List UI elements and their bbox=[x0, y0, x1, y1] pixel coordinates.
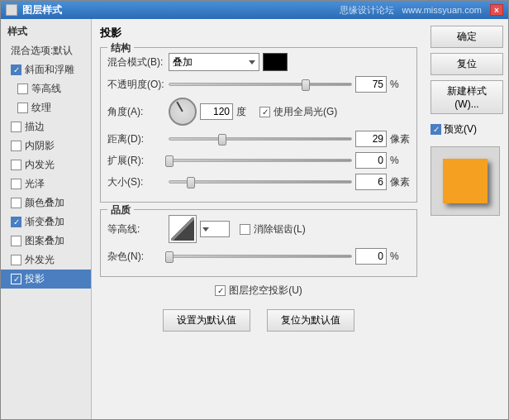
angle-dial[interactable] bbox=[169, 98, 197, 126]
distance-slider[interactable] bbox=[169, 137, 352, 141]
contour-label: 等高线: bbox=[107, 222, 165, 236]
center-panel: 投影 结构 混合模式(B): 叠加 不透明度 bbox=[92, 19, 426, 419]
close-button[interactable]: × bbox=[490, 4, 503, 16]
sidebar-item-stroke[interactable]: 描边 bbox=[1, 117, 91, 136]
sidebar-item-gradient-overlay[interactable]: 渐变叠加 bbox=[1, 212, 91, 231]
sidebar: 样式 混合选项:默认 斜面和浮雕 等高线 纹理 描边 bbox=[1, 19, 92, 419]
distance-input[interactable] bbox=[355, 131, 387, 147]
opacity-slider[interactable] bbox=[169, 83, 352, 86]
layer-style-window: 图层样式 思缘设计论坛 www.missyuan.com × 样式 混合选项:默… bbox=[0, 0, 509, 420]
set-default-button[interactable]: 设置为默认值 bbox=[163, 309, 250, 332]
angle-label: 角度(A): bbox=[107, 105, 165, 119]
noise-input[interactable] bbox=[355, 248, 387, 265]
knockout-label: 图层挖空投影(U) bbox=[229, 284, 302, 298]
contour-preview-box bbox=[169, 215, 197, 243]
drop-shadow-checkbox[interactable] bbox=[11, 274, 21, 284]
gradient-overlay-checkbox[interactable] bbox=[11, 217, 21, 227]
noise-slider-container bbox=[169, 255, 352, 258]
satin-checkbox[interactable] bbox=[11, 179, 21, 189]
noise-label: 杂色(N): bbox=[107, 250, 165, 264]
size-label: 大小(S): bbox=[107, 175, 165, 189]
quality-group-title: 品质 bbox=[107, 203, 134, 217]
spread-row: 扩展(R): % bbox=[107, 152, 410, 169]
contour-dropdown[interactable] bbox=[200, 221, 230, 237]
contour-dropdown-arrow-icon bbox=[202, 227, 209, 231]
contour-checkbox[interactable] bbox=[17, 84, 28, 94]
sidebar-item-inner-shadow[interactable]: 内阴影 bbox=[1, 136, 91, 155]
opacity-row: 不透明度(O): % bbox=[107, 76, 410, 93]
blend-mode-row: 混合模式(B): 叠加 bbox=[107, 53, 410, 71]
sidebar-item-contour[interactable]: 等高线 bbox=[1, 79, 91, 98]
color-overlay-checkbox[interactable] bbox=[11, 198, 21, 208]
knockout-row: 图层挖空投影(U) bbox=[100, 284, 417, 298]
noise-unit: % bbox=[390, 251, 410, 262]
reset-button[interactable]: 复位 bbox=[431, 53, 503, 75]
structure-group-title: 结构 bbox=[107, 41, 134, 55]
angle-unit: 度 bbox=[236, 105, 256, 119]
main-content: 样式 混合选项:默认 斜面和浮雕 等高线 纹理 描边 bbox=[1, 19, 508, 419]
blend-mode-dropdown[interactable]: 叠加 bbox=[169, 53, 259, 71]
spread-input[interactable] bbox=[355, 152, 387, 169]
noise-row: 杂色(N): % bbox=[107, 248, 410, 265]
preview-checkbox[interactable] bbox=[431, 124, 441, 135]
reset-default-button[interactable]: 复位为默认值 bbox=[267, 309, 354, 332]
pattern-overlay-checkbox[interactable] bbox=[11, 236, 21, 246]
preview-area bbox=[431, 146, 500, 216]
sidebar-item-pattern-overlay[interactable]: 图案叠加 bbox=[1, 231, 91, 251]
distance-slider-container bbox=[169, 137, 352, 141]
spread-slider-container bbox=[169, 159, 352, 162]
window-icon bbox=[6, 4, 17, 16]
new-style-button[interactable]: 新建样式(W)... bbox=[431, 80, 503, 114]
noise-slider[interactable] bbox=[169, 255, 352, 258]
structure-group: 结构 混合模式(B): 叠加 不透明度(O): bbox=[100, 47, 417, 203]
outer-glow-checkbox[interactable] bbox=[11, 255, 21, 265]
sidebar-item-texture[interactable]: 纹理 bbox=[1, 98, 91, 117]
global-light-checkbox[interactable] bbox=[259, 107, 270, 117]
spread-thumb[interactable] bbox=[165, 155, 174, 167]
inner-shadow-checkbox[interactable] bbox=[11, 141, 21, 151]
noise-thumb[interactable] bbox=[165, 251, 174, 263]
preview-label: 预览(V) bbox=[444, 122, 477, 136]
preview-square bbox=[443, 159, 488, 203]
size-input[interactable] bbox=[355, 174, 387, 190]
size-thumb[interactable] bbox=[187, 177, 195, 189]
anti-alias-checkbox[interactable] bbox=[240, 224, 250, 235]
blend-mode-label: 混合模式(B): bbox=[107, 55, 165, 69]
distance-thumb[interactable] bbox=[218, 134, 226, 146]
color-swatch[interactable] bbox=[263, 53, 288, 71]
section-title: 投影 bbox=[100, 26, 417, 41]
bevel-checkbox[interactable] bbox=[11, 64, 21, 75]
opacity-slider-container bbox=[169, 83, 352, 86]
ok-button[interactable]: 确定 bbox=[431, 26, 503, 48]
bottom-buttons: 设置为默认值 复位为默认值 bbox=[100, 304, 417, 332]
sidebar-item-satin[interactable]: 光泽 bbox=[1, 174, 91, 193]
dropdown-arrow-icon bbox=[249, 60, 255, 64]
size-unit: 像素 bbox=[390, 175, 410, 189]
contour-row: 等高线: 消除锯齿(L) bbox=[107, 215, 410, 243]
anti-alias-label: 消除锯齿(L) bbox=[254, 222, 306, 236]
global-light-label: 使用全局光(G) bbox=[274, 105, 337, 119]
spread-label: 扩展(R): bbox=[107, 154, 165, 168]
sidebar-item-style: 样式 bbox=[1, 22, 91, 41]
sidebar-item-drop-shadow[interactable]: 投影 bbox=[1, 270, 91, 289]
angle-input[interactable] bbox=[200, 103, 233, 120]
stroke-checkbox[interactable] bbox=[11, 122, 21, 132]
size-row: 大小(S): 像素 bbox=[107, 174, 410, 190]
sidebar-item-outer-glow[interactable]: 外发光 bbox=[1, 251, 91, 270]
right-buttons-panel: 确定 复位 新建样式(W)... 预览(V) bbox=[426, 19, 508, 419]
global-light-row: 使用全局光(G) bbox=[259, 105, 337, 119]
inner-glow-checkbox[interactable] bbox=[11, 160, 21, 170]
distance-unit: 像素 bbox=[390, 132, 410, 146]
opacity-input[interactable] bbox=[355, 76, 387, 93]
sidebar-item-blend-options[interactable]: 混合选项:默认 bbox=[1, 41, 91, 60]
knockout-checkbox[interactable] bbox=[215, 285, 226, 296]
opacity-thumb[interactable] bbox=[302, 79, 310, 91]
sidebar-item-color-overlay[interactable]: 颜色叠加 bbox=[1, 193, 91, 212]
site-label: 思缘设计论坛 www.missyuan.com bbox=[340, 4, 482, 17]
sidebar-item-inner-glow[interactable]: 内发光 bbox=[1, 155, 91, 174]
size-slider[interactable] bbox=[169, 180, 352, 184]
sidebar-item-bevel[interactable]: 斜面和浮雕 bbox=[1, 60, 91, 79]
texture-checkbox[interactable] bbox=[17, 103, 28, 113]
spread-slider[interactable] bbox=[169, 159, 352, 162]
anti-alias-row: 消除锯齿(L) bbox=[240, 222, 306, 236]
